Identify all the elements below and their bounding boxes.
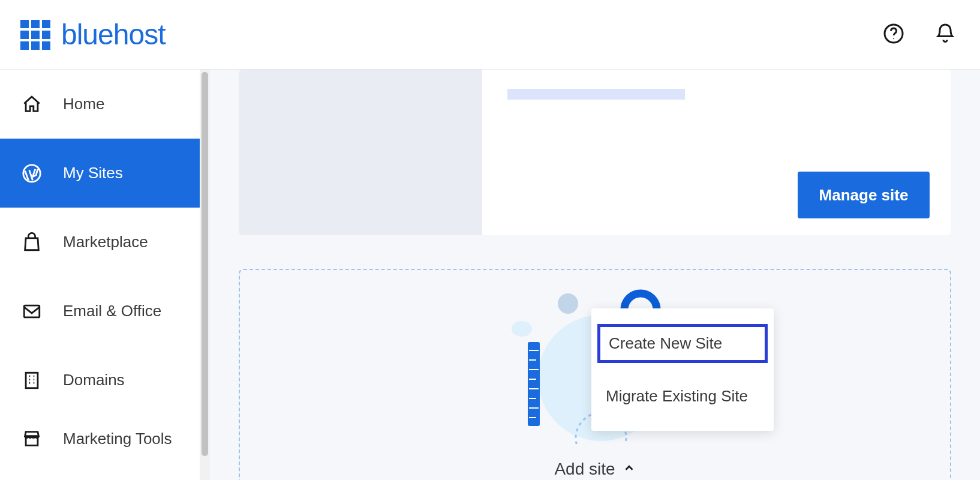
header: bluehost: [0, 0, 980, 70]
help-icon[interactable]: [883, 23, 904, 47]
sidebar-item-label: My Sites: [63, 164, 123, 182]
svg-point-7: [512, 321, 532, 337]
scrollbar[interactable]: [200, 70, 210, 480]
create-new-site-option[interactable]: Create New Site: [597, 324, 768, 363]
sidebar-item-home[interactable]: Home: [0, 70, 210, 139]
header-actions: [883, 23, 956, 47]
logo[interactable]: bluehost: [20, 18, 165, 51]
sidebar-item-label: Domains: [63, 371, 125, 389]
site-card-body: Manage site: [482, 70, 951, 235]
add-site-menu: Create New Site Migrate Existing Site: [591, 308, 774, 431]
sidebar-item-label: Email & Office: [63, 302, 161, 320]
sidebar-item-email-office[interactable]: Email & Office: [0, 277, 210, 346]
add-site-toggle[interactable]: Add site: [554, 460, 635, 479]
site-thumbnail: [239, 70, 482, 235]
home-icon: [22, 94, 42, 115]
manage-site-button[interactable]: Manage site: [798, 172, 930, 218]
migrate-existing-site-option[interactable]: Migrate Existing Site: [591, 377, 774, 415]
svg-point-1: [893, 38, 894, 39]
app-grid-icon: [20, 20, 50, 50]
svg-rect-4: [26, 373, 38, 388]
shopping-bag-icon: [22, 232, 42, 253]
add-site-card: Create New Site Migrate Existing Site Ad…: [239, 269, 951, 480]
bell-icon[interactable]: [934, 23, 956, 47]
sidebar-item-marketing-tools[interactable]: Marketing Tools: [0, 415, 210, 463]
chevron-up-icon: [623, 460, 636, 479]
svg-point-6: [558, 293, 578, 314]
site-url-redacted: [507, 89, 685, 100]
store-icon: [22, 428, 42, 449]
main-content: Manage site Create New Site Migrate Exis…: [210, 70, 980, 480]
svg-rect-8: [528, 342, 540, 426]
wordpress-icon: [22, 163, 42, 184]
sidebar-item-my-sites[interactable]: My Sites: [0, 139, 210, 208]
sidebar: Home My Sites Marketplace Email & Office…: [0, 70, 210, 480]
svg-rect-3: [24, 305, 40, 317]
scrollbar-thumb[interactable]: [202, 72, 208, 456]
building-icon: [22, 370, 42, 391]
body: Home My Sites Marketplace Email & Office…: [0, 70, 980, 480]
sidebar-item-domains[interactable]: Domains: [0, 346, 210, 415]
sidebar-item-label: Marketing Tools: [63, 430, 172, 448]
add-site-label: Add site: [554, 460, 615, 479]
site-card: Manage site: [239, 70, 951, 235]
sidebar-item-label: Marketplace: [63, 233, 148, 251]
sidebar-item-marketplace[interactable]: Marketplace: [0, 208, 210, 277]
sidebar-item-label: Home: [63, 95, 104, 113]
envelope-icon: [22, 301, 42, 322]
brand-name: bluehost: [61, 18, 165, 51]
